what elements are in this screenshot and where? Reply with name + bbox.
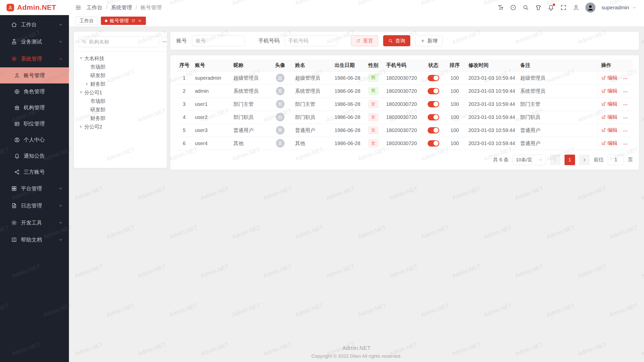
sidebar-item-org-management[interactable]: 机构管理 bbox=[0, 100, 69, 116]
tab-label: 账号管理 bbox=[110, 18, 129, 24]
row-more-button[interactable] bbox=[623, 141, 628, 147]
row-more-button[interactable] bbox=[623, 76, 628, 81]
tree-node[interactable]: 市场部 bbox=[78, 97, 162, 105]
row-more-button[interactable] bbox=[623, 102, 628, 108]
tree-node[interactable]: 分公司2 bbox=[78, 122, 162, 131]
avatar: 部 bbox=[276, 113, 285, 121]
sidebar-item-role-management[interactable]: 角色管理 bbox=[0, 83, 69, 100]
org-search-input[interactable] bbox=[89, 39, 156, 45]
tree-node[interactable]: 分公司1 bbox=[78, 88, 162, 97]
cell-status bbox=[423, 71, 444, 84]
book-icon bbox=[11, 237, 17, 243]
toggle-knob bbox=[433, 128, 438, 133]
sidebar-group-business-test[interactable]: 业务测试 bbox=[0, 33, 69, 50]
caret-down-icon[interactable] bbox=[80, 57, 83, 60]
status-toggle[interactable] bbox=[428, 88, 439, 94]
username[interactable]: superadmin bbox=[601, 5, 629, 11]
edit-button[interactable]: 编辑 bbox=[601, 140, 618, 147]
toggle-knob bbox=[433, 141, 438, 146]
notification-bell-icon[interactable] bbox=[548, 4, 554, 11]
edit-button[interactable]: 编辑 bbox=[601, 87, 618, 94]
caret-right-icon[interactable] bbox=[80, 125, 82, 128]
person-circle-icon bbox=[14, 137, 20, 143]
breadcrumb-item: 账号管理 bbox=[141, 4, 162, 11]
status-toggle[interactable] bbox=[428, 140, 439, 147]
edit-button[interactable]: 编辑 bbox=[601, 101, 618, 107]
caret-down-icon[interactable] bbox=[80, 92, 83, 94]
tree-more-button[interactable] bbox=[162, 37, 168, 47]
sidebar-group-help-docs[interactable]: 帮助文档 bbox=[0, 231, 69, 248]
pagination-total: 共 6 条 bbox=[493, 156, 509, 163]
sidebar-item-third-party-account[interactable]: 三方账号 bbox=[0, 164, 69, 180]
tree-node[interactable]: 市场部 bbox=[78, 63, 162, 71]
edit-button-label: 编辑 bbox=[608, 87, 618, 94]
menu-collapse-icon[interactable] bbox=[75, 4, 82, 11]
cell-sort: 100 bbox=[444, 137, 465, 150]
tree-node[interactable]: 研发部 bbox=[78, 105, 162, 114]
tree-node[interactable]: 财务部 bbox=[78, 114, 162, 122]
chevron-down-icon[interactable] bbox=[632, 6, 636, 10]
phone-input[interactable] bbox=[285, 35, 337, 46]
row-more-button[interactable] bbox=[623, 128, 628, 134]
edit-button-label: 编辑 bbox=[608, 140, 618, 147]
font-size-icon[interactable] bbox=[497, 4, 504, 11]
edit-button[interactable]: 编辑 bbox=[601, 74, 618, 81]
sidebar-item-position-management[interactable]: 职位管理 bbox=[0, 116, 69, 132]
sidebar-group-platform-management[interactable]: 平台管理 bbox=[0, 180, 69, 197]
close-icon[interactable] bbox=[138, 19, 142, 23]
status-toggle[interactable] bbox=[428, 101, 439, 107]
query-button[interactable]: 查询 bbox=[383, 35, 410, 46]
gear-icon bbox=[11, 56, 17, 62]
flask-icon bbox=[11, 39, 17, 45]
sidebar-item-profile-center[interactable]: 个人中心 bbox=[0, 132, 69, 148]
row-more-button[interactable] bbox=[623, 115, 628, 121]
cell-nickname: 超级管理员 bbox=[230, 71, 268, 84]
status-toggle[interactable] bbox=[428, 75, 439, 81]
view-tab[interactable]: 工作台 bbox=[75, 17, 98, 25]
breadcrumb-item[interactable]: 系统管理 bbox=[111, 4, 132, 11]
search-icon bbox=[388, 38, 393, 43]
sidebar-group-log-management[interactable]: 日志管理 bbox=[0, 197, 69, 214]
edit-button[interactable]: 编辑 bbox=[601, 114, 618, 120]
table-row: 3user1部门主管部部门主管1986-06-28女18020030720100… bbox=[176, 98, 633, 111]
tree-node[interactable]: 大名科技 bbox=[78, 54, 162, 63]
theme-icon[interactable] bbox=[510, 4, 516, 11]
sidebar-group-system-management[interactable]: 系统管理 bbox=[0, 50, 69, 67]
page-number-button[interactable]: 1 bbox=[565, 155, 575, 165]
reset-button-label: 重置 bbox=[363, 37, 373, 44]
next-page-button[interactable] bbox=[579, 155, 590, 165]
search-icon[interactable] bbox=[522, 4, 529, 11]
table-row: 4user2部门职员部部门职员1986-06-28女18020030720100… bbox=[176, 111, 633, 124]
page-size-select[interactable]: 10条/页 bbox=[513, 155, 546, 165]
edit-button[interactable]: 编辑 bbox=[601, 127, 618, 133]
cell-name: 普通用户 bbox=[292, 124, 332, 137]
sidebar-item-notice-announcement[interactable]: 通知公告 bbox=[0, 148, 69, 164]
account-input[interactable] bbox=[192, 35, 245, 46]
table-row: 1superadmin超级管理员超超级管理员1986-06-28男1802003… bbox=[176, 71, 633, 84]
skin-icon[interactable] bbox=[535, 4, 542, 11]
sidebar-item-account-management[interactable]: 账号管理 bbox=[0, 67, 69, 83]
row-more-button[interactable] bbox=[623, 89, 628, 95]
view-tab[interactable]: 账号管理 bbox=[101, 17, 146, 25]
cell-index: 1 bbox=[176, 71, 192, 84]
add-button[interactable]: 新增 bbox=[415, 35, 442, 46]
status-toggle[interactable] bbox=[428, 127, 439, 133]
goto-page-input[interactable] bbox=[608, 155, 624, 165]
status-toggle[interactable] bbox=[428, 114, 439, 120]
sidebar-group-workbench[interactable]: 工作台 bbox=[0, 16, 69, 33]
breadcrumb-item[interactable]: 工作台 bbox=[87, 4, 102, 11]
cell-phone: 18020030720 bbox=[383, 71, 423, 84]
prev-page-button[interactable] bbox=[550, 155, 560, 165]
profile-icon[interactable] bbox=[573, 4, 579, 11]
cell-index: 5 bbox=[176, 124, 192, 137]
caret-right-icon[interactable] bbox=[86, 82, 88, 85]
org-search-field[interactable] bbox=[78, 36, 159, 47]
reset-button[interactable]: 重置 bbox=[351, 35, 378, 46]
avatar[interactable] bbox=[585, 3, 595, 13]
cell-sort: 100 bbox=[444, 111, 465, 124]
sidebar-group-dev-tools[interactable]: 开发工具 bbox=[0, 214, 69, 231]
tree-node[interactable]: 研发部 bbox=[78, 71, 162, 80]
tree-node[interactable]: 财务部 bbox=[78, 80, 162, 88]
fullscreen-icon[interactable] bbox=[560, 4, 567, 11]
refresh-icon[interactable] bbox=[131, 19, 135, 23]
